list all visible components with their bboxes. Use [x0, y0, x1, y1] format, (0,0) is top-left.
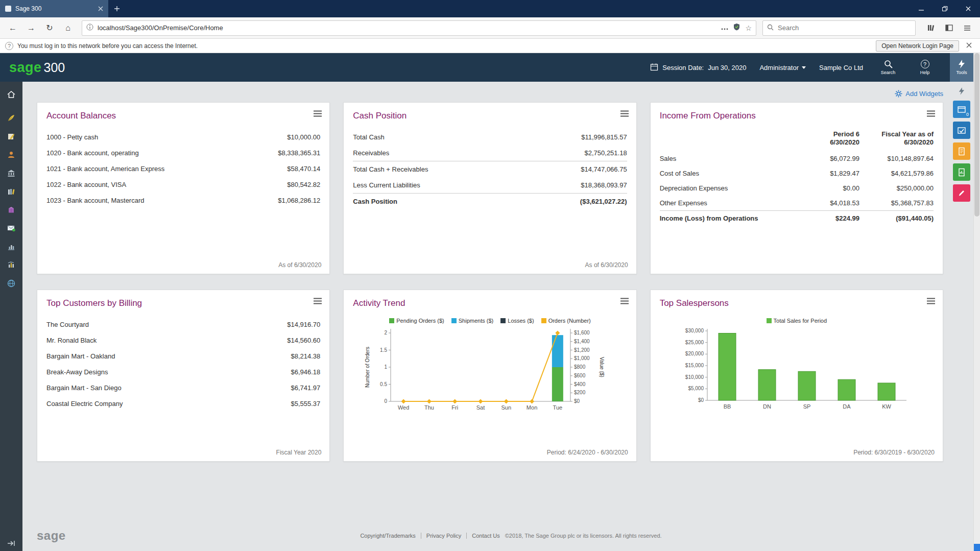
global-search-button[interactable]: Search [876, 53, 900, 82]
search-icon [767, 23, 774, 33]
customers-icon[interactable] [0, 147, 22, 162]
library-icon[interactable] [923, 20, 938, 36]
green-report-icon[interactable] [953, 163, 970, 181]
income-table-header: Period 66/30/2020 Fiscal Year as of6/30/… [660, 129, 934, 151]
home-icon[interactable] [0, 87, 22, 102]
tab-close-icon[interactable] [98, 6, 103, 11]
svg-text:BB: BB [723, 403, 731, 410]
svg-text:DN: DN [763, 403, 771, 410]
back-button[interactable]: ← [5, 20, 20, 36]
user-menu[interactable]: Administrator [759, 64, 806, 71]
notification-close-icon[interactable] [963, 42, 975, 50]
site-info-icon[interactable] [86, 23, 93, 33]
minimize-button[interactable] [910, 0, 933, 17]
svg-text:$600: $600 [574, 373, 586, 378]
table-row: Total Cash + Receivables$14,747,066.75 [353, 161, 627, 177]
widget-cash-position: Cash Position Total Cash$11,996,815.57 R… [343, 102, 636, 274]
widget-menu-icon[interactable] [313, 297, 322, 306]
sidebar-expand-icon[interactable] [0, 540, 22, 547]
scrollbar-thumb[interactable] [974, 53, 979, 217]
svg-text:$30,000: $30,000 [685, 328, 704, 333]
widget-menu-icon[interactable] [926, 297, 936, 306]
help-button[interactable]: ? Help [913, 53, 937, 82]
table-row-total: Income (Loss) from Operations$224.99($91… [660, 210, 934, 226]
home-button[interactable]: ⌂ [60, 20, 76, 36]
open-windows-count: 0 [966, 112, 969, 117]
shield-icon[interactable] [733, 23, 740, 33]
activity-trend-chart: 00.511.52$0$200$400$600$800$1,000$1,200$… [362, 326, 617, 429]
tools-button[interactable]: Tools [950, 53, 973, 82]
widget-title: Top Salespersons [660, 298, 934, 308]
url-bar[interactable]: localhost/Sage300/OnPremise/Core/Home ☆ [82, 20, 756, 36]
reports-chart-icon[interactable] [0, 239, 22, 254]
scrollbar[interactable] [973, 53, 980, 551]
widget-title: Income From Operations [660, 111, 934, 121]
sage-logo: sage 300 [9, 60, 65, 76]
add-widgets-button[interactable]: Add Widgets [37, 85, 943, 102]
widget-title: Activity Trend [353, 298, 627, 308]
restore-button[interactable] [933, 0, 957, 17]
table-row: Bargain Mart - San Diego$6,741.97 [46, 380, 320, 396]
widget-menu-icon[interactable] [313, 110, 322, 119]
sage-app-header: sage 300 Session Date: Jun 30, 2020 Admi… [0, 53, 980, 82]
browser-window: Sage 300 ← → ↻ ⌂ [0, 0, 980, 551]
sidebar-toggle-icon[interactable] [941, 20, 957, 36]
widget-title: Top Customers by Billing [46, 298, 320, 308]
svg-text:$25,000: $25,000 [685, 340, 704, 345]
page-actions-icon[interactable] [721, 23, 728, 33]
analytics-chart-icon[interactable] [0, 257, 22, 273]
widget-footer: As of 6/30/2020 [278, 261, 321, 269]
svg-text:Mon: Mon [527, 404, 537, 411]
open-network-login-button[interactable]: Open Network Login Page [876, 40, 959, 52]
reload-button[interactable]: ↻ [42, 20, 57, 36]
tab-favicon [5, 6, 11, 12]
new-tab-button[interactable] [108, 0, 126, 17]
svg-text:Tue: Tue [553, 404, 563, 411]
scroll-indicator [974, 544, 980, 551]
gl-quill-icon[interactable] [0, 110, 22, 126]
svg-text:Wed: Wed [398, 404, 409, 411]
svg-text:Fri: Fri [452, 404, 459, 411]
help-icon: ? [921, 60, 929, 68]
lightning-icon [958, 60, 965, 68]
orange-document-icon[interactable] [953, 142, 970, 160]
widget-menu-icon[interactable] [620, 110, 629, 119]
svg-text:1.5: 1.5 [380, 347, 388, 353]
notes-pencil-icon[interactable] [953, 184, 970, 202]
table-row: Sales$6,072.99$10,148,897.64 [660, 151, 934, 166]
journal-quill-icon[interactable] [0, 129, 22, 144]
browser-tabstrip: Sage 300 [0, 0, 980, 17]
widget-menu-icon[interactable] [620, 297, 629, 306]
search-input[interactable] [777, 23, 911, 32]
purchases-box-icon[interactable] [0, 202, 22, 218]
table-row: Depreciation Expenses$0.00$250,000.00 [660, 181, 934, 196]
widget-menu-icon[interactable] [926, 110, 936, 119]
bookmark-star-icon[interactable]: ☆ [745, 24, 752, 32]
privacy-policy-link[interactable]: Privacy Policy [421, 533, 466, 539]
inventory-books-icon[interactable] [0, 184, 22, 199]
copyright-trademarks-link[interactable]: Copyright/Trademarks [355, 533, 420, 539]
table-row: Coastal Electric Company$5,555.37 [46, 396, 320, 412]
widget-top-salespersons: Top Salespersons Total Sales for Period … [650, 290, 943, 462]
question-icon: ? [5, 42, 13, 50]
forward-button[interactable]: → [23, 20, 39, 36]
contact-us-link[interactable]: Contact Us [466, 533, 505, 539]
top-salespersons-chart: $0$5,000$10,000$15,000$20,000$25,000$30,… [677, 326, 917, 419]
menu-icon[interactable] [960, 20, 975, 36]
bank-icon[interactable] [0, 165, 22, 181]
mail-icon[interactable] [0, 221, 22, 236]
checked-window-icon[interactable] [953, 122, 970, 139]
tools-lightning-icon[interactable] [953, 85, 970, 97]
income-table: Period 66/30/2020 Fiscal Year as of6/30/… [660, 129, 934, 226]
session-date[interactable]: Session Date: Jun 30, 2020 [650, 63, 746, 73]
widget-footer: Period: 6/24/2020 - 6/30/2020 [547, 449, 628, 456]
page-footer: sage Copyright/Trademarks Privacy Policy… [37, 529, 980, 543]
svg-text:0: 0 [385, 398, 388, 404]
table-row: Bargain Mart - Oakland$8,214.38 [46, 348, 320, 364]
web-globe-icon[interactable] [0, 276, 22, 291]
widget-top-customers: Top Customers by Billing The Courtyard$1… [37, 290, 330, 462]
browser-search[interactable] [762, 20, 916, 36]
browser-tab[interactable]: Sage 300 [0, 0, 108, 17]
close-window-button[interactable] [957, 0, 980, 17]
open-windows-icon[interactable]: 0 [953, 101, 970, 118]
